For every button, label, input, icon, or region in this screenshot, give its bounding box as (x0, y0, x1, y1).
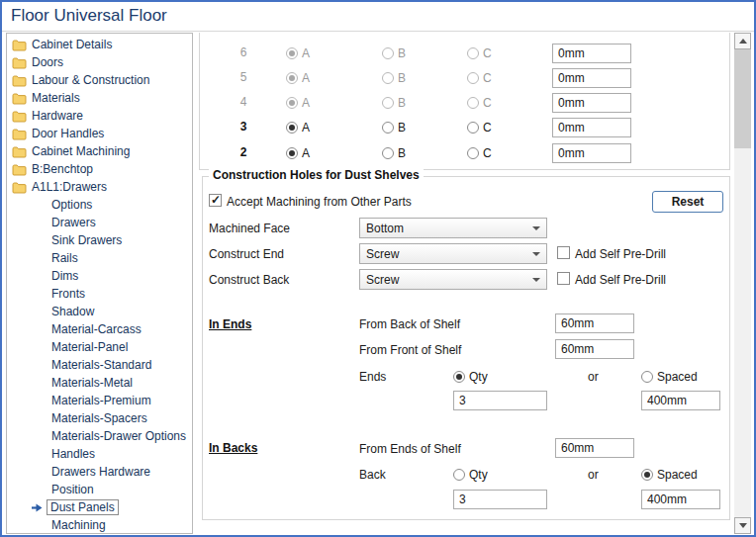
shelf-row: 4ABC (200, 93, 729, 113)
shelf-option-radio-a[interactable] (286, 122, 298, 134)
tree-item-label: Doors (32, 55, 63, 69)
scroll-thumb[interactable] (734, 49, 751, 148)
shelf-row: 2ABC (200, 143, 729, 163)
backs-spaced-radio[interactable] (641, 469, 653, 481)
tree-item[interactable]: Material-Panel (7, 338, 192, 356)
backs-qty-radio[interactable] (453, 469, 465, 481)
shelf-option-radio-c[interactable] (467, 72, 479, 84)
accept-machining-label: Accept Machining from Other Parts (227, 195, 412, 209)
from-front-input[interactable] (555, 339, 634, 359)
tree-item[interactable]: Materials-Metal (7, 374, 192, 392)
shelf-option-radio-a[interactable] (286, 47, 298, 59)
tree-item[interactable]: Cabinet Details (7, 36, 192, 53)
scroll-up-button[interactable] (734, 33, 751, 49)
tree-item[interactable]: Drawers Hardware (7, 463, 192, 481)
tree-item[interactable]: Sink Drawers (7, 231, 192, 249)
shelf-option-radio-c[interactable] (467, 47, 479, 59)
settings-window: Floor Universal Floor Cabinet DetailsDoo… (0, 0, 756, 537)
tree-item-label: B:Benchtop (32, 162, 93, 176)
construct-end-dropdown[interactable]: Screw (359, 243, 547, 264)
tree-item[interactable]: Materials-Spacers (7, 409, 192, 427)
ends-spaced-input[interactable] (641, 391, 720, 410)
tree-item-label: Hardware (32, 109, 83, 123)
tree-item[interactable]: Materials-Premium (7, 392, 192, 409)
end-predrill-checkbox[interactable] (557, 246, 570, 259)
tree-item-label: Materials (32, 91, 80, 105)
shelf-option-label: A (302, 121, 310, 134)
accept-machining-checkbox[interactable] (209, 194, 222, 207)
shelf-row-value-input[interactable] (552, 68, 631, 88)
shelf-row-number: 4 (234, 95, 253, 109)
tree-item[interactable]: Machining (7, 516, 192, 534)
tree-item[interactable]: A1L1:Drawers (7, 178, 192, 196)
shelf-option-radio-b[interactable] (382, 47, 394, 59)
back-predrill-checkbox[interactable] (557, 272, 570, 285)
tree-item[interactable]: Materials-Standard (7, 356, 192, 374)
tree-item[interactable]: Rails (7, 249, 192, 267)
tree-item[interactable]: Shadow (7, 303, 192, 320)
from-ends-input[interactable] (555, 438, 634, 458)
tree-item[interactable]: Door Handles (7, 125, 192, 142)
construct-back-dropdown[interactable]: Screw (359, 269, 547, 290)
machined-face-value: Bottom (366, 222, 404, 235)
end-predrill-label: Add Self Pre-Drill (575, 247, 666, 261)
shelf-option-radio-b[interactable] (382, 97, 394, 109)
tree-item[interactable]: Position (7, 481, 192, 498)
ends-spaced-radio[interactable] (641, 371, 653, 383)
shelf-row-value-input[interactable] (552, 93, 631, 113)
tree-item-label: Labour & Construction (32, 73, 149, 87)
tree-item[interactable]: Fronts (7, 285, 192, 303)
shelf-row: 3ABC (200, 118, 729, 137)
shelf-option-radio-c[interactable] (467, 122, 479, 134)
machined-face-dropdown[interactable]: Bottom (359, 218, 547, 238)
tree-item-selected[interactable]: Dust Panels (7, 498, 192, 516)
vertical-scrollbar[interactable] (734, 33, 751, 534)
reset-button[interactable]: Reset (652, 191, 723, 213)
chevron-down-icon (532, 278, 540, 282)
ends-or-label: or (588, 370, 599, 384)
shelf-row-value-input[interactable] (552, 118, 631, 137)
tree-item[interactable]: Options (7, 196, 192, 214)
ends-qty-input[interactable] (453, 391, 547, 410)
tree-item-label: Materials-Spacers (51, 411, 147, 425)
tree-item[interactable]: Materials-Drawer Options (7, 427, 192, 445)
shelf-option-label: B (398, 121, 406, 134)
tree-item[interactable]: Labour & Construction (7, 71, 192, 89)
shelf-option-radio-b[interactable] (382, 147, 394, 159)
ends-qty-radio[interactable] (453, 371, 465, 383)
backs-qty-input[interactable] (453, 490, 547, 509)
shelf-option-radio-b[interactable] (382, 122, 394, 134)
machined-face-label: Machined Face (209, 222, 290, 235)
tree-item-label: Dust Panels (47, 499, 119, 515)
shelf-option-radio-c[interactable] (467, 97, 479, 109)
tree-item[interactable]: Materials (7, 89, 192, 107)
shelf-option-label: C (483, 121, 492, 134)
tree-item-label: Position (51, 483, 94, 496)
construct-end-value: Screw (366, 247, 399, 261)
shelf-row-value-input[interactable] (552, 44, 631, 63)
shelf-option-radio-c[interactable] (467, 147, 479, 159)
ends-spaced-label: Spaced (657, 370, 698, 384)
tree-item[interactable]: Doors (7, 53, 192, 71)
shelf-row-value-input[interactable] (552, 143, 631, 163)
shelf-option-radio-b[interactable] (382, 72, 394, 84)
shelf-option-radio-a[interactable] (286, 97, 298, 109)
construct-back-value: Screw (366, 273, 399, 287)
shelf-option-radio-a[interactable] (286, 147, 298, 159)
scroll-down-button[interactable] (734, 517, 751, 534)
from-ends-label: From Ends of Shelf (359, 442, 461, 456)
tree-item[interactable]: Drawers (7, 214, 192, 231)
tree-item-label: Material-Panel (51, 340, 128, 354)
tree-item[interactable]: Dims (7, 267, 192, 285)
tree-item[interactable]: Cabinet Machining (7, 142, 192, 160)
backs-spaced-input[interactable] (641, 490, 720, 509)
up-arrow-icon (739, 39, 747, 44)
tree-item[interactable]: Handles (7, 445, 192, 463)
from-back-input[interactable] (555, 313, 634, 333)
tree-item[interactable]: Material-Carcass (7, 320, 192, 338)
back-predrill-label: Add Self Pre-Drill (575, 273, 666, 287)
tree-item[interactable]: Hardware (7, 107, 192, 125)
shelf-option-radio-a[interactable] (286, 72, 298, 84)
tree-item-label: Sink Drawers (51, 233, 122, 247)
tree-item[interactable]: B:Benchtop (7, 160, 192, 178)
